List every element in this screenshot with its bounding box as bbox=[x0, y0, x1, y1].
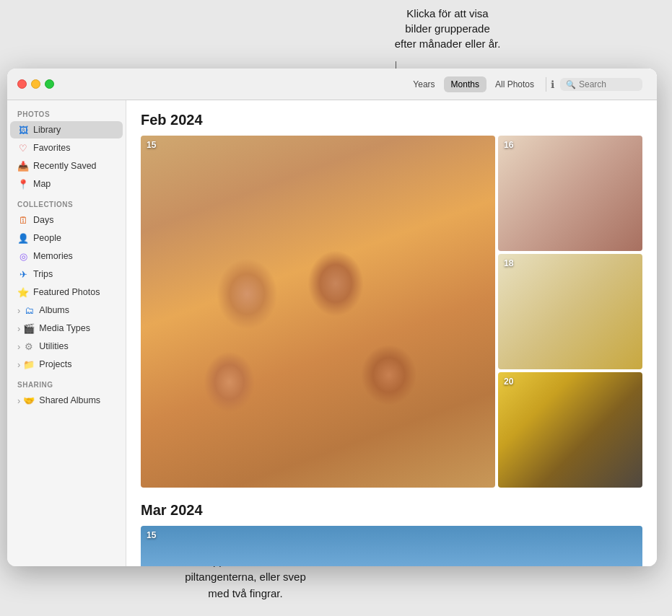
projects-icon: 📁 bbox=[23, 358, 35, 370]
photo-num-20: 20 bbox=[504, 377, 513, 387]
photo-cake[interactable]: 16 bbox=[498, 136, 642, 251]
days-icon: 🗓 bbox=[17, 214, 29, 226]
featured-photos-icon: ⭐ bbox=[17, 286, 29, 298]
info-button[interactable]: ℹ bbox=[551, 79, 554, 90]
photo-num-18: 18 bbox=[504, 258, 513, 268]
toolbar-tabs: Years Months All Photos ℹ 🔍 bbox=[406, 69, 642, 100]
utilities-icon: ⚙ bbox=[23, 340, 35, 352]
sidebar-section-collections: Collections bbox=[7, 193, 126, 211]
library-icon: 🖼 bbox=[17, 124, 29, 136]
sidebar-item-library[interactable]: 🖼 Library bbox=[10, 121, 123, 138]
sidebar-item-favorites[interactable]: ♡ Favorites bbox=[10, 139, 123, 157]
sidebar-label-favorites: Favorites bbox=[33, 143, 70, 153]
sidebar-item-memories[interactable]: ◎ Memories bbox=[10, 247, 123, 265]
traffic-lights bbox=[7, 79, 54, 89]
sidebar-label-map: Map bbox=[33, 179, 51, 189]
sidebar-label-albums: Albums bbox=[39, 305, 69, 315]
main-content: Feb 2024 15 16 18 bbox=[126, 69, 657, 566]
sidebar-item-recently-saved[interactable]: 📥 Recently Saved bbox=[10, 157, 123, 175]
toolbar-separator bbox=[546, 77, 546, 92]
sidebar-label-people: People bbox=[33, 233, 61, 243]
sidebar-label-media-types: Media Types bbox=[39, 323, 90, 333]
sidebar-label-trips: Trips bbox=[33, 269, 53, 279]
sidebar-label-shared-albums: Shared Albums bbox=[39, 395, 100, 405]
sidebar-item-featured-photos[interactable]: ⭐ Featured Photos bbox=[10, 283, 123, 301]
search-icon: 🔍 bbox=[566, 80, 576, 89]
tab-all-photos[interactable]: All Photos bbox=[488, 76, 541, 92]
favorites-icon: ♡ bbox=[17, 142, 29, 154]
month-title-feb: Feb 2024 bbox=[141, 112, 642, 128]
app-window: Years Months All Photos ℹ 🔍 Photos 🖼 Lib… bbox=[7, 69, 657, 566]
photo-food-bg bbox=[498, 254, 642, 369]
photo-mar-main-bg bbox=[141, 526, 642, 566]
search-box: 🔍 bbox=[560, 78, 642, 91]
people-icon: 👤 bbox=[17, 232, 29, 244]
photo-selfie-composite bbox=[141, 136, 495, 488]
memories-icon: ◎ bbox=[17, 250, 29, 262]
sidebar-label-utilities: Utilities bbox=[39, 341, 68, 351]
sidebar-section-sharing: Sharing bbox=[7, 374, 126, 391]
photos-grid-area: Feb 2024 15 16 18 bbox=[126, 100, 657, 566]
minimize-button[interactable] bbox=[31, 79, 40, 89]
photo-person-yellow-bg bbox=[498, 372, 642, 488]
sidebar-item-map[interactable]: 📍 Map bbox=[10, 175, 123, 193]
close-button[interactable] bbox=[17, 79, 27, 89]
photo-grid-mar[interactable]: 15 bbox=[141, 526, 642, 566]
month-group-mar: Mar 2024 15 bbox=[141, 502, 642, 566]
photo-person-yellow[interactable]: 20 bbox=[498, 372, 642, 488]
titlebar: Years Months All Photos ℹ 🔍 bbox=[7, 69, 657, 100]
sidebar-label-recently-saved: Recently Saved bbox=[33, 161, 97, 171]
photo-food[interactable]: 18 bbox=[498, 254, 642, 369]
map-icon: 📍 bbox=[17, 178, 29, 190]
sidebar-item-albums[interactable]: 🗂 Albums bbox=[10, 302, 123, 319]
sidebar-label-days: Days bbox=[33, 215, 53, 225]
photo-selfie-group[interactable]: 15 bbox=[141, 136, 495, 488]
search-input[interactable] bbox=[579, 79, 637, 89]
photo-num-16: 16 bbox=[504, 140, 513, 150]
photo-num-mar-15: 15 bbox=[147, 530, 156, 540]
sidebar-item-days[interactable]: 🗓 Days bbox=[10, 211, 123, 229]
sidebar-item-utilities[interactable]: ⚙ Utilities bbox=[10, 338, 123, 355]
sidebar-section-photos: Photos bbox=[7, 103, 126, 120]
photo-grid-feb: 15 16 18 20 bbox=[141, 136, 642, 488]
trips-icon: ✈ bbox=[17, 268, 29, 280]
month-title-mar: Mar 2024 bbox=[141, 502, 642, 519]
sidebar-item-projects[interactable]: 📁 Projects bbox=[10, 356, 123, 373]
tab-months[interactable]: Months bbox=[444, 76, 486, 92]
sidebar-item-media-types[interactable]: 🎬 Media Types bbox=[10, 320, 123, 337]
sidebar-item-people[interactable]: 👤 People bbox=[10, 229, 123, 247]
tab-years[interactable]: Years bbox=[406, 76, 442, 92]
albums-icon: 🗂 bbox=[23, 304, 35, 316]
sidebar-label-library: Library bbox=[33, 125, 61, 135]
fullscreen-button[interactable] bbox=[45, 79, 54, 89]
recently-saved-icon: 📥 bbox=[17, 160, 29, 172]
sidebar-item-trips[interactable]: ✈ Trips bbox=[10, 265, 123, 283]
month-group-feb: Feb 2024 15 16 18 bbox=[141, 112, 642, 488]
sidebar-label-featured-photos: Featured Photos bbox=[33, 287, 100, 297]
sidebar-label-memories: Memories bbox=[33, 251, 73, 261]
callout-top-text: Klicka för att visa bilder grupperade ef… bbox=[346, 0, 549, 51]
photo-cake-bg bbox=[498, 136, 642, 251]
photo-num-15: 15 bbox=[147, 140, 156, 150]
shared-albums-icon: 🤝 bbox=[23, 395, 35, 406]
sidebar-label-projects: Projects bbox=[39, 359, 71, 369]
sidebar-item-shared-albums[interactable]: 🤝 Shared Albums bbox=[10, 392, 123, 409]
sidebar: Photos 🖼 Library ♡ Favorites 📥 Recently … bbox=[7, 69, 126, 566]
media-types-icon: 🎬 bbox=[23, 322, 35, 334]
